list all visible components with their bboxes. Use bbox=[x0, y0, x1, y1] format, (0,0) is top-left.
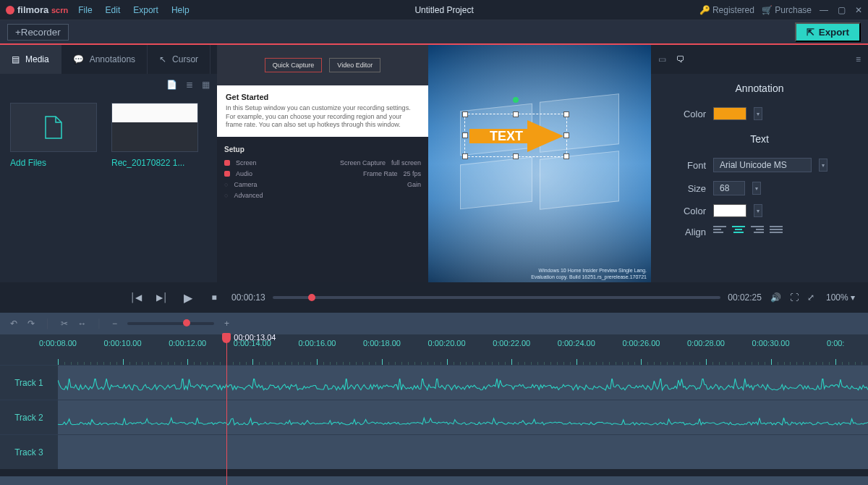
cut-button[interactable]: ✂ bbox=[61, 319, 68, 329]
menu-edit[interactable]: Edit bbox=[106, 5, 121, 15]
volume-icon[interactable]: 🔊 bbox=[770, 292, 781, 303]
time-ruler[interactable]: 0:00:08.000:00:10.000:00:12.000:00:14.00… bbox=[58, 334, 868, 365]
ruler-label: 0:00:08.00 bbox=[39, 339, 77, 347]
watermark-text: Windows 10 Home Insider Preview Single L… bbox=[531, 268, 647, 280]
redo-button[interactable]: ↷ bbox=[27, 319, 35, 329]
track-1-body[interactable] bbox=[58, 366, 868, 400]
text-color-label: Color bbox=[665, 206, 706, 216]
text-color-swatch[interactable] bbox=[713, 204, 746, 217]
ruler-label: 0:00:20.00 bbox=[428, 339, 466, 347]
font-select[interactable]: Arial Unicode MS bbox=[713, 158, 812, 172]
add-file-icon[interactable]: 📄 bbox=[166, 80, 177, 90]
track-3-header[interactable]: Track 3 bbox=[0, 435, 58, 469]
setup-heading: Setup bbox=[224, 146, 421, 153]
fullscreen-icon[interactable]: ⤢ bbox=[807, 292, 814, 303]
annot-color-swatch[interactable] bbox=[713, 107, 746, 120]
export-icon: ⇱ bbox=[807, 27, 814, 38]
zoom-in-button[interactable]: + bbox=[224, 319, 229, 329]
add-files-tile[interactable]: Add Files bbox=[10, 103, 97, 168]
setup-gain-lbl: Gain bbox=[407, 181, 421, 188]
menu-file[interactable]: File bbox=[78, 5, 92, 15]
font-dropdown[interactable]: ▾ bbox=[819, 159, 827, 172]
file-add-icon bbox=[43, 115, 64, 140]
video-editor-button: Video Editor bbox=[329, 58, 380, 72]
size-field[interactable]: 68 bbox=[713, 181, 745, 195]
props-menu-icon[interactable]: ≡ bbox=[856, 54, 861, 64]
timeline-toolbar: ↶ ↷ │ ✂ ↔ │ − + bbox=[0, 313, 868, 334]
align-right-button[interactable] bbox=[751, 226, 764, 237]
zoom-out-button[interactable]: − bbox=[112, 319, 117, 329]
ruler-label: 0:00:28.00 bbox=[687, 339, 725, 347]
undo-button[interactable]: ↶ bbox=[10, 319, 17, 329]
arrow-annotation-icon[interactable]: TEXT bbox=[469, 120, 563, 152]
resize-handle[interactable] bbox=[563, 111, 569, 117]
cursor-icon: ↖ bbox=[159, 54, 166, 64]
props-tab-annotation-icon[interactable]: 🗨 bbox=[676, 54, 685, 64]
stop-button[interactable]: ■ bbox=[205, 292, 223, 303]
purchase-link[interactable]: 🛒 Purchase bbox=[762, 5, 812, 15]
export-button[interactable]: ⇱ Export bbox=[795, 22, 861, 42]
annotation-text: TEXT bbox=[490, 129, 523, 143]
grid-view-icon[interactable]: ▦ bbox=[202, 80, 210, 90]
zoom-value[interactable]: 100% ▾ bbox=[823, 292, 858, 303]
text-color-dropdown[interactable]: ▾ bbox=[754, 204, 762, 217]
playback-bar: │◀ ▶│ ▶ ■ 00:00:13 00:02:25 🔊 ⛶ ⤢ 100% ▾ bbox=[0, 282, 868, 313]
annotation-selection[interactable]: TEXT bbox=[464, 114, 567, 157]
align-center-button[interactable] bbox=[732, 226, 745, 237]
size-dropdown[interactable]: ▾ bbox=[752, 182, 761, 195]
window-close-button[interactable]: ✕ bbox=[854, 5, 864, 15]
font-label: Font bbox=[665, 160, 706, 171]
timeline-zoom-slider[interactable] bbox=[127, 322, 214, 325]
preview-canvas[interactable]: Quick Capture Video Editor Get Started I… bbox=[217, 45, 651, 282]
export-label: Export bbox=[819, 27, 849, 38]
brand-main: filmora bbox=[17, 4, 48, 15]
resize-handle[interactable] bbox=[462, 153, 468, 159]
track-2-body[interactable] bbox=[58, 400, 868, 434]
fit-button[interactable]: ↔ bbox=[78, 319, 87, 329]
menu-help[interactable]: Help bbox=[171, 5, 190, 15]
media-clip-1[interactable]: Rec_20170822 1... bbox=[111, 103, 198, 168]
tab-cursor[interactable]: ↖ Cursor bbox=[148, 45, 210, 74]
preview-left-page: Quick Capture Video Editor Get Started I… bbox=[217, 45, 428, 282]
ruler-label: 0:00:30.00 bbox=[752, 339, 790, 347]
play-button[interactable]: ▶ bbox=[179, 291, 197, 305]
track-3-body[interactable] bbox=[58, 435, 868, 469]
duration-time: 00:02:25 bbox=[728, 292, 762, 303]
track-1-header[interactable]: Track 1 bbox=[0, 366, 58, 400]
track-2-header[interactable]: Track 2 bbox=[0, 400, 58, 434]
menu-export[interactable]: Export bbox=[133, 5, 158, 15]
registered-link[interactable]: 🔑 Registered bbox=[699, 5, 754, 15]
tab-annotations[interactable]: 💬 Annotations bbox=[61, 45, 148, 74]
resize-handle[interactable] bbox=[563, 153, 569, 159]
crop-icon[interactable]: ⛶ bbox=[790, 292, 799, 303]
resize-handle[interactable] bbox=[513, 111, 519, 117]
prev-frame-button[interactable]: │◀ bbox=[127, 292, 145, 303]
resize-handle[interactable] bbox=[462, 132, 468, 138]
tab-media[interactable]: ▤ Media bbox=[0, 45, 61, 74]
setup-advanced: Advanced bbox=[234, 192, 263, 199]
get-started-text: In this Setup window you can customize y… bbox=[226, 104, 420, 130]
props-tab-layout-icon[interactable]: ▭ bbox=[658, 54, 666, 64]
playhead[interactable]: 00:00:13.04 bbox=[226, 334, 227, 485]
ruler-label: 0:00: bbox=[827, 339, 844, 347]
resize-handle[interactable] bbox=[462, 111, 468, 117]
window-maximize-button[interactable]: ▢ bbox=[836, 5, 846, 15]
next-frame-button[interactable]: ▶│ bbox=[153, 292, 171, 303]
annot-color-dropdown[interactable]: ▾ bbox=[754, 107, 762, 120]
recorder-button[interactable]: +Recorder bbox=[7, 24, 69, 41]
resize-handle[interactable] bbox=[513, 153, 519, 159]
align-left-button[interactable] bbox=[713, 226, 726, 237]
tab-media-label: Media bbox=[25, 54, 49, 64]
list-view-icon[interactable]: ≣ bbox=[186, 80, 193, 90]
window-minimize-button[interactable]: — bbox=[819, 5, 829, 15]
resize-handle[interactable] bbox=[563, 132, 569, 138]
setup-camera: Camera bbox=[234, 181, 257, 188]
timeline[interactable]: 0:00:08.000:00:10.000:00:12.000:00:14.00… bbox=[0, 334, 868, 485]
align-justify-button[interactable] bbox=[770, 226, 783, 237]
rotation-handle[interactable] bbox=[513, 97, 519, 103]
seek-bar[interactable] bbox=[273, 296, 721, 299]
zoom-knob[interactable] bbox=[183, 319, 190, 326]
ruler-label: 0:00:10.00 bbox=[104, 339, 142, 347]
app-brand: filmora scrn bbox=[17, 4, 68, 15]
seek-knob[interactable] bbox=[308, 294, 315, 301]
